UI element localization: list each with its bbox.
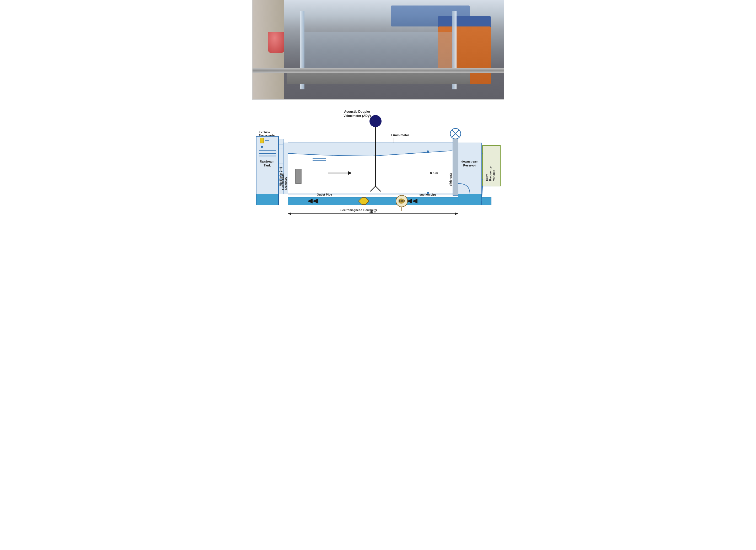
- length-arrow-left: [288, 212, 291, 215]
- upstream-pipe-bottom: [256, 194, 278, 205]
- stilling-basin-obstacle: [296, 169, 301, 184]
- water-surface-fill: [288, 143, 457, 156]
- vfd-label: Variable: [492, 170, 495, 181]
- upstream-tank-label: Upstream: [260, 160, 274, 163]
- vfd-label3: Drive: [485, 174, 489, 181]
- electrical-thermometer-label: Electrical: [259, 131, 271, 134]
- outlet-pipe-label: Outlet Pipe: [317, 193, 332, 196]
- adv-sensor-circle: [370, 115, 381, 127]
- flume-photo: [252, 0, 504, 100]
- adv-label-line2: Velocimeter (ADV): [343, 114, 371, 118]
- adv-receiver-right: [376, 186, 381, 191]
- length-arrow-right: [455, 212, 458, 215]
- length-label: 15 m: [369, 210, 376, 214]
- pump-label: pump: [398, 199, 405, 202]
- upstream-tank-label2: Tank: [264, 164, 271, 167]
- downstream-reservoir-label: downstream: [461, 160, 478, 163]
- downstream-reservoir-label2: Reservoir: [463, 164, 476, 167]
- flow-arrow-head: [348, 171, 352, 175]
- depth-label: 0.6 m: [430, 171, 438, 175]
- secondary-stilling-basin-label2: Stilling Basin: [281, 174, 284, 190]
- downstream-pipe-bottom: [458, 194, 482, 205]
- suction-pipe-label: suction pipe: [419, 193, 436, 196]
- downstream-reservoir-box: [458, 143, 482, 194]
- schematic-diagram: Upstream Tank Electrical Thermometer: [252, 100, 504, 220]
- diagram-svg: Upstream Tank Electrical Thermometer: [255, 105, 501, 215]
- secondary-stilling-basin-label: Secondary: [285, 176, 287, 190]
- adv-receiver-left: [370, 186, 376, 191]
- vfd-label2: Frequency: [489, 166, 492, 181]
- thermometer-symbol: [260, 138, 264, 143]
- slide-gate-label: slide-gate: [449, 173, 452, 186]
- slide-gate-box: [453, 139, 458, 195]
- electrical-thermometer-label2: Thermometer: [259, 134, 276, 137]
- adv-label-line1: Acoustic Doppler: [344, 110, 370, 114]
- liminimeter-label: Liminimeter: [391, 133, 409, 137]
